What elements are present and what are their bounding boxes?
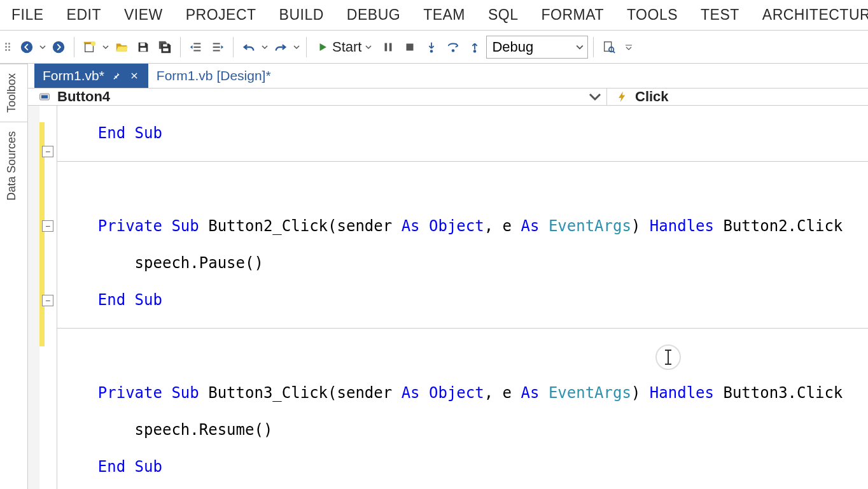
fold-column: − − − <box>39 106 57 489</box>
fold-toggle[interactable]: − <box>42 220 53 232</box>
redo-dropdown[interactable] <box>292 44 301 50</box>
document-tab-strip: Form1.vb* Form1.vb [Design]* <box>28 64 868 89</box>
fold-toggle[interactable]: − <box>42 295 53 306</box>
menu-architecture[interactable]: ARCHITECTURE <box>751 4 868 26</box>
svg-rect-6 <box>140 47 146 51</box>
side-tab-data-sources[interactable]: Data Sources <box>0 122 27 209</box>
menu-debug[interactable]: DEBUG <box>335 4 412 26</box>
chevron-down-icon <box>589 90 601 103</box>
svg-rect-9 <box>385 43 388 51</box>
lightning-icon <box>616 90 629 103</box>
new-project-dropdown[interactable] <box>101 44 110 50</box>
svg-rect-7 <box>163 44 167 46</box>
member-bar: Button4 Click <box>28 89 868 106</box>
start-label: Start <box>332 39 361 55</box>
svg-point-0 <box>21 41 32 52</box>
fold-toggle[interactable]: − <box>42 146 53 157</box>
menu-project[interactable]: PROJECT <box>174 4 268 26</box>
code-content[interactable]: End Sub Private Sub Button2_Click(sender… <box>57 106 868 489</box>
svg-rect-10 <box>389 43 392 51</box>
text-cursor-indicator <box>655 344 681 370</box>
save-all-button[interactable] <box>155 37 175 57</box>
config-value: Debug <box>492 39 533 55</box>
menu-file[interactable]: FILE <box>11 4 55 26</box>
step-into-button[interactable] <box>421 37 442 57</box>
svg-rect-3 <box>84 41 92 43</box>
stop-button[interactable] <box>400 37 420 57</box>
svg-point-12 <box>430 50 433 53</box>
nav-back-button[interactable] <box>17 37 37 57</box>
menu-team[interactable]: TEAM <box>412 4 477 26</box>
margin-column <box>28 106 39 489</box>
svg-rect-11 <box>407 43 414 50</box>
doc-tab-label: Form1.vb [Design]* <box>157 68 271 83</box>
doc-tab-form1-code[interactable]: Form1.vb* <box>34 64 148 88</box>
svg-point-4 <box>91 41 95 45</box>
new-project-button[interactable] <box>80 37 100 57</box>
object-name: Button4 <box>57 89 110 105</box>
undo-dropdown[interactable] <box>260 44 269 50</box>
nav-back-dropdown[interactable] <box>38 44 47 50</box>
pin-icon[interactable] <box>111 70 122 82</box>
undo-button[interactable] <box>239 37 259 57</box>
outdent-button[interactable] <box>186 37 206 57</box>
toolbar-grip[interactable] <box>5 43 13 51</box>
step-out-button[interactable] <box>465 37 485 57</box>
menu-sql[interactable]: SQL <box>477 4 530 26</box>
menu-bar: FILE EDIT VIEW PROJECT BUILD DEBUG TEAM … <box>0 0 868 31</box>
menu-tools[interactable]: TOOLS <box>615 4 689 26</box>
menu-build[interactable]: BUILD <box>268 4 335 26</box>
step-over-button[interactable] <box>443 37 463 57</box>
pause-button[interactable] <box>378 37 398 57</box>
side-tab-toolbox[interactable]: Toolbox <box>0 64 27 122</box>
event-name: Click <box>635 89 669 105</box>
indent-button[interactable] <box>207 37 228 57</box>
menu-edit[interactable]: EDIT <box>55 4 113 26</box>
svg-rect-18 <box>41 96 48 99</box>
svg-point-14 <box>473 50 477 53</box>
start-debug-button[interactable]: Start <box>312 36 377 58</box>
menu-format[interactable]: FORMAT <box>530 4 615 26</box>
event-dropdown[interactable]: Click <box>607 89 868 105</box>
toolbar-overflow[interactable] <box>624 44 633 50</box>
object-icon <box>38 90 51 103</box>
toolbar: Start Debug <box>0 31 868 64</box>
svg-rect-8 <box>163 48 168 51</box>
menu-view[interactable]: VIEW <box>113 4 174 26</box>
close-icon[interactable] <box>129 70 140 82</box>
object-dropdown[interactable]: Button4 <box>28 89 607 105</box>
svg-rect-5 <box>140 43 144 46</box>
open-button[interactable] <box>111 37 132 57</box>
svg-point-1 <box>53 41 64 52</box>
find-in-files-button[interactable] <box>599 37 619 57</box>
save-button[interactable] <box>133 37 153 57</box>
code-editor[interactable]: − − − End Sub Private Sub Button2_Click(… <box>28 106 868 489</box>
menu-test[interactable]: TEST <box>689 4 751 26</box>
config-select[interactable]: Debug <box>486 36 588 59</box>
doc-tab-form1-design[interactable]: Form1.vb [Design]* <box>148 64 279 88</box>
nav-forward-button[interactable] <box>48 37 69 57</box>
svg-point-13 <box>452 49 455 52</box>
doc-tab-label: Form1.vb* <box>43 68 104 83</box>
redo-button[interactable] <box>270 37 291 57</box>
svg-rect-15 <box>605 41 612 51</box>
side-tab-strip: Toolbox Data Sources <box>0 64 28 489</box>
